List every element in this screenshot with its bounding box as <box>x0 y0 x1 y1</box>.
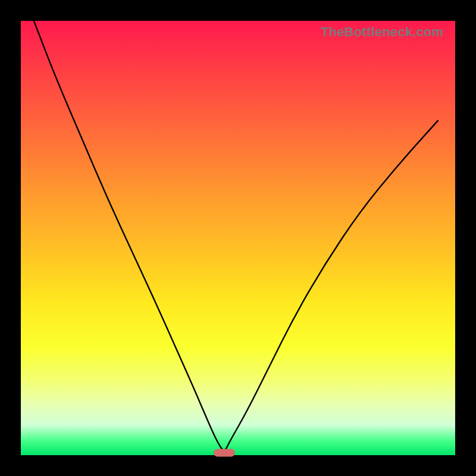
chart-frame: TheBottleneck.com <box>0 0 476 476</box>
minimum-marker <box>214 449 235 457</box>
curve-path <box>34 21 438 450</box>
bottleneck-curve <box>21 21 455 455</box>
plot-area: TheBottleneck.com <box>21 21 455 455</box>
